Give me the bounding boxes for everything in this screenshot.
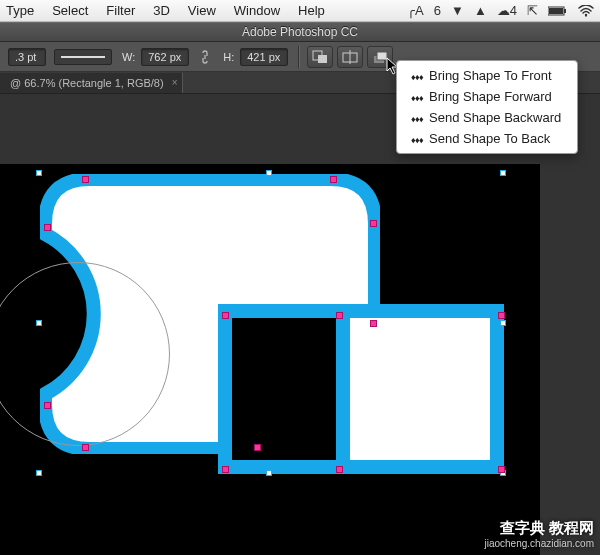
anchor-point[interactable] <box>336 312 343 319</box>
menu-send-backward[interactable]: ⬧⬧⬧Send Shape Backward <box>397 107 577 128</box>
svg-point-3 <box>585 13 587 15</box>
menu-view[interactable]: View <box>188 3 216 18</box>
divider <box>298 46 299 68</box>
stroke-weight-field[interactable]: .3 pt <box>8 48 46 66</box>
canvas[interactable]: 查字典 教程网 jiaocheng.chazidian.com <box>0 94 600 555</box>
transform-handle[interactable] <box>500 320 506 326</box>
path-align-button[interactable] <box>337 46 363 68</box>
arrange-dropdown: ⬧⬧⬧Bring Shape To Front ⬧⬧⬧Bring Shape F… <box>396 60 578 154</box>
width-field[interactable]: 762 px <box>141 48 189 66</box>
anchor-point[interactable] <box>370 220 377 227</box>
anchor-point[interactable] <box>82 176 89 183</box>
close-tab-icon[interactable]: × <box>172 77 178 88</box>
anchor-point[interactable] <box>370 320 377 327</box>
stack-forward-icon: ⬧⬧⬧ <box>407 91 425 103</box>
menu-help[interactable]: Help <box>298 3 325 18</box>
anchor-point[interactable] <box>498 312 505 319</box>
notification-count: 6 <box>434 3 441 18</box>
menu-send-to-back[interactable]: ⬧⬧⬧Send Shape To Back <box>397 128 577 149</box>
cc-icon[interactable]: ☁4 <box>497 3 517 18</box>
stroke-style-dropdown[interactable] <box>54 49 112 65</box>
adobe-status-icon: ╭A <box>407 3 424 18</box>
document-tab[interactable]: @ 66.7% (Rectangle 1, RGB/8) × <box>0 73 183 93</box>
svg-rect-2 <box>564 9 566 13</box>
transform-handle[interactable] <box>500 170 506 176</box>
stack-backward-icon: ⬧⬧⬧ <box>407 112 425 124</box>
transform-handle[interactable] <box>266 470 272 476</box>
svg-rect-5 <box>318 55 327 63</box>
transform-handle[interactable] <box>266 170 272 176</box>
mac-menubar: Type Select Filter 3D View Window Help ╭… <box>0 0 600 22</box>
wifi-icon[interactable] <box>578 5 594 17</box>
transform-handle[interactable] <box>36 470 42 476</box>
watermark: 查字典 教程网 jiaocheng.chazidian.com <box>484 519 594 549</box>
stack-front-icon: ⬧⬧⬧ <box>407 70 425 82</box>
menu-bring-forward[interactable]: ⬧⬧⬧Bring Shape Forward <box>397 86 577 107</box>
anchor-point[interactable] <box>336 466 343 473</box>
anchor-point[interactable] <box>82 444 89 451</box>
path-arrange-button[interactable] <box>367 46 393 68</box>
anchor-point[interactable] <box>254 444 261 451</box>
svg-rect-11 <box>343 311 497 467</box>
stack-back-icon: ⬧⬧⬧ <box>407 133 425 145</box>
svg-rect-9 <box>377 52 387 60</box>
app-title: Adobe Photoshop CC <box>242 25 358 39</box>
artboard <box>0 164 540 555</box>
anchor-point[interactable] <box>330 176 337 183</box>
svg-rect-10 <box>225 311 343 467</box>
menu-3d[interactable]: 3D <box>153 3 170 18</box>
menu-type[interactable]: Type <box>6 3 34 18</box>
dropbox-icon[interactable]: ▼ <box>451 3 464 18</box>
battery-icon[interactable] <box>548 6 568 16</box>
svg-rect-1 <box>549 8 563 14</box>
link-wh-icon[interactable] <box>199 50 211 64</box>
transform-handle[interactable] <box>36 170 42 176</box>
width-label: W: <box>122 51 135 63</box>
height-field[interactable]: 421 px <box>240 48 288 66</box>
app-titlebar: Adobe Photoshop CC <box>0 22 600 42</box>
fullscreen-icon[interactable]: ⇱ <box>527 3 538 18</box>
menu-select[interactable]: Select <box>52 3 88 18</box>
transform-handle[interactable] <box>36 320 42 326</box>
gdrive-icon[interactable]: ▲ <box>474 3 487 18</box>
anchor-point[interactable] <box>222 312 229 319</box>
menu-bring-to-front[interactable]: ⬧⬧⬧Bring Shape To Front <box>397 65 577 86</box>
menu-window[interactable]: Window <box>234 3 280 18</box>
anchor-point[interactable] <box>44 402 51 409</box>
anchor-point[interactable] <box>222 466 229 473</box>
path-ops-button[interactable] <box>307 46 333 68</box>
menu-filter[interactable]: Filter <box>106 3 135 18</box>
height-label: H: <box>223 51 234 63</box>
anchor-point[interactable] <box>498 466 505 473</box>
anchor-point[interactable] <box>44 224 51 231</box>
